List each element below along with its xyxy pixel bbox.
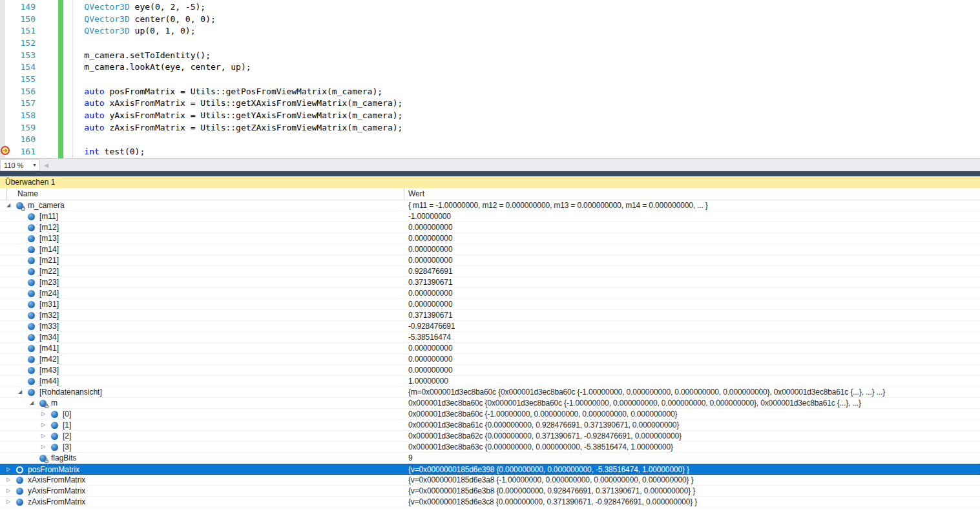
name-cell: [m21] bbox=[0, 255, 404, 266]
private-member-variable-icon bbox=[39, 455, 47, 462]
variable-value: 0x000001d3ec8ba60c {0x000001d3ec8ba60c {… bbox=[408, 398, 979, 409]
member-variable-icon bbox=[28, 213, 35, 220]
value-column-header[interactable]: Wert bbox=[408, 188, 424, 200]
watch-row-1[interactable]: ▷[1]0x000001d3ec8ba61c {0.000000000, 0.9… bbox=[0, 420, 980, 431]
name-column-header[interactable]: Name bbox=[17, 188, 38, 200]
code-editor[interactable]: 149 QVector3D eye(0, 2, -5);150 QVector3… bbox=[0, 0, 980, 158]
variable-value: 0x000001d3ec8ba61c {0.000000000, 0.92847… bbox=[408, 420, 979, 431]
variable-value: 0.000000000 bbox=[408, 354, 979, 365]
code-line-159: 159 auto zAxisFromMatrix = Utils::getZAx… bbox=[0, 121, 980, 134]
member-variable-icon bbox=[28, 279, 35, 286]
member-variable-icon bbox=[51, 433, 58, 440]
watch-row-m21[interactable]: [m21]0.000000000 bbox=[0, 255, 980, 266]
watch-row-m43[interactable]: [m43]0.000000000 bbox=[0, 365, 980, 376]
watch-row-m23[interactable]: [m23]0.371390671 bbox=[0, 277, 980, 288]
name-cell: ◢m bbox=[0, 398, 404, 409]
code-text: m_camera.lookAt(eye, center, up); bbox=[64, 61, 251, 73]
code-line-156: 156 auto posFromMatrix = Utils::getPosFr… bbox=[0, 85, 980, 98]
line-number: 153 bbox=[0, 49, 36, 61]
lock-icon bbox=[45, 405, 48, 408]
variable-name: m bbox=[51, 398, 57, 408]
chevron-down-icon[interactable]: ▼ bbox=[32, 160, 37, 171]
panel-separator[interactable] bbox=[0, 171, 980, 176]
variable-name: [Rohdatenansicht] bbox=[39, 387, 102, 397]
code-line-153: 153 m_camera.setToIdentity(); bbox=[0, 49, 980, 61]
collapse-icon[interactable]: ◢ bbox=[6, 200, 14, 211]
code-line-152: 152 bbox=[0, 37, 980, 49]
name-cell: ◢[Rohdatenansicht] bbox=[0, 387, 404, 398]
expand-icon[interactable]: ▷ bbox=[6, 475, 14, 485]
code-text: auto yAxisFromMatrix = Utils::getYAxisFr… bbox=[64, 109, 402, 121]
variable-name: [3] bbox=[63, 442, 71, 452]
variable-name: xAxisFromMatrix bbox=[28, 475, 85, 485]
watch-row-yaxisfrommatrix[interactable]: ▷yAxisFromMatrix{v=0x0000000185d6e3b8 {0… bbox=[0, 486, 980, 497]
lock-icon bbox=[21, 207, 25, 211]
expand-icon[interactable]: ▷ bbox=[41, 431, 49, 441]
variable-name: [m22] bbox=[39, 266, 59, 276]
code-line-149: 149 QVector3D eye(0, 2, -5); bbox=[0, 1, 980, 13]
variable-name: yAxisFromMatrix bbox=[28, 486, 85, 496]
variable-name: flagBits bbox=[51, 453, 76, 463]
member-variable-icon bbox=[28, 235, 35, 242]
member-variable-icon bbox=[28, 334, 35, 341]
watch-row-m[interactable]: ◢m0x000001d3ec8ba60c {0x000001d3ec8ba60c… bbox=[0, 398, 980, 409]
watch-row-m44[interactable]: [m44]1.00000000 bbox=[0, 376, 980, 387]
watch-row-3[interactable]: ▷[3]0x000001d3ec8ba63c {0.000000000, 0.0… bbox=[0, 442, 980, 453]
watch-row-posfrommatrix[interactable]: ▷posFromMatrix{v=0x0000000185d6e398 {0.0… bbox=[0, 464, 980, 475]
name-cell: [m43] bbox=[0, 365, 404, 376]
watch-row-m41[interactable]: [m41]0.000000000 bbox=[0, 343, 980, 354]
watch-row-rohdatenansicht[interactable]: ◢[Rohdatenansicht]{m=0x000001d3ec8ba60c … bbox=[0, 387, 980, 398]
watch-row-m13[interactable]: [m13]0.000000000 bbox=[0, 233, 980, 244]
expand-icon[interactable]: ▷ bbox=[6, 464, 14, 475]
watch-row-m14[interactable]: [m14]0.000000000 bbox=[0, 244, 980, 255]
watch-row-m12[interactable]: [m12]0.000000000 bbox=[0, 222, 980, 233]
variable-name: [m33] bbox=[39, 321, 59, 331]
watch-row-m32[interactable]: [m32]0.371390671 bbox=[0, 310, 980, 321]
watch-row-xaxisfrommatrix[interactable]: ▷xAxisFromMatrix{v=0x0000000185d6e3a8 {-… bbox=[0, 475, 980, 486]
member-variable-icon bbox=[28, 224, 35, 231]
member-variable-icon bbox=[28, 356, 35, 363]
expand-icon[interactable]: ▷ bbox=[41, 420, 49, 430]
name-cell: [m31] bbox=[0, 299, 404, 310]
watch-row-zaxisfrommatrix[interactable]: ▷zAxisFromMatrix{v=0x0000000185d6e3c8 {0… bbox=[0, 497, 980, 508]
watch-row-flagbits[interactable]: flagBits9 bbox=[0, 453, 980, 464]
collapse-icon[interactable]: ◢ bbox=[18, 387, 26, 397]
expand-icon[interactable]: ▷ bbox=[6, 497, 14, 507]
watch-row-m33[interactable]: [m33]-0.928476691 bbox=[0, 321, 980, 332]
member-variable-icon bbox=[51, 422, 58, 429]
watch-row-2[interactable]: ▷[2]0x000001d3ec8ba62c {0.000000000, 0.3… bbox=[0, 431, 980, 442]
private-member-variable-icon bbox=[16, 202, 23, 209]
horizontal-scrollbar[interactable]: ◀ bbox=[41, 160, 980, 171]
watch-row-m24[interactable]: [m24]0.000000000 bbox=[0, 288, 980, 299]
variable-name: [m42] bbox=[39, 354, 59, 364]
name-cell: ▷[1] bbox=[0, 420, 404, 431]
watch-row-m22[interactable]: [m22]0.928476691 bbox=[0, 266, 980, 277]
variable-value: 9 bbox=[408, 453, 979, 464]
collapse-icon[interactable]: ◢ bbox=[30, 398, 37, 408]
member-variable-icon bbox=[28, 301, 35, 308]
column-resize-divider[interactable] bbox=[404, 188, 404, 200]
lock-icon bbox=[45, 460, 48, 463]
watch-row-m34[interactable]: [m34]-5.38516474 bbox=[0, 332, 980, 343]
scroll-left-icon[interactable]: ◀ bbox=[44, 160, 48, 171]
member-variable-icon bbox=[28, 389, 35, 396]
name-cell: [m11] bbox=[0, 211, 404, 222]
zoom-level-select[interactable]: 110 % ▼ bbox=[0, 160, 40, 171]
code-line-157: 157 auto xAxisFromMatrix = Utils::getXAx… bbox=[0, 97, 980, 109]
line-number: 156 bbox=[0, 85, 36, 98]
name-cell: ▷yAxisFromMatrix bbox=[0, 486, 404, 497]
expand-icon[interactable]: ▷ bbox=[6, 486, 14, 496]
watch-row-m-camera[interactable]: ◢m_camera{ m11 = -1.00000000, m12 = 0.00… bbox=[0, 200, 980, 211]
variable-name: [m13] bbox=[39, 233, 59, 243]
variable-name: [m44] bbox=[39, 376, 59, 386]
expand-icon[interactable]: ▷ bbox=[41, 442, 49, 452]
expand-icon[interactable]: ▷ bbox=[41, 409, 49, 419]
current-statement-icon: ➔ bbox=[1, 146, 10, 155]
code-text: int test(0); bbox=[64, 145, 145, 158]
name-cell: ▷posFromMatrix bbox=[0, 464, 404, 475]
watch-row-m42[interactable]: [m42]0.000000000 bbox=[0, 354, 980, 365]
member-variable-icon bbox=[28, 367, 35, 374]
watch-row-m11[interactable]: [m11]-1.00000000 bbox=[0, 211, 980, 222]
watch-row-0[interactable]: ▷[0]0x000001d3ec8ba60c {-1.00000000, 0.0… bbox=[0, 409, 980, 420]
watch-row-m31[interactable]: [m31]0.000000000 bbox=[0, 299, 980, 310]
